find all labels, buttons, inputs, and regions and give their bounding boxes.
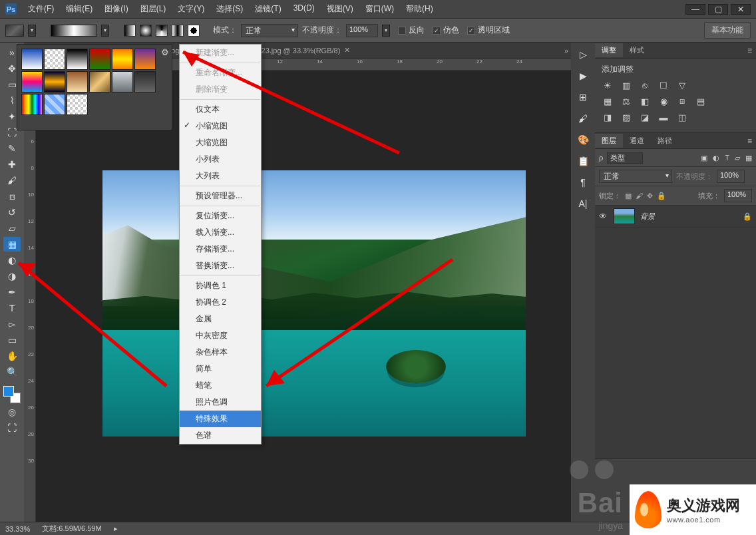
filter-type-icon[interactable]: T (725, 154, 729, 162)
gradient-preset[interactable] (67, 71, 88, 92)
gradient-preset[interactable] (89, 71, 110, 92)
layer-blend-select[interactable]: 正常 (599, 170, 672, 183)
gradient-preset[interactable] (112, 71, 133, 92)
opacity-input[interactable]: 100% (346, 24, 378, 37)
filter-adjust-icon[interactable]: ◐ (713, 154, 719, 162)
adj-gradientmap-icon[interactable]: ▬ (658, 111, 669, 123)
status-arrow-icon[interactable]: ▸ (114, 524, 118, 533)
reverse-checkbox[interactable]: 反向 (398, 25, 425, 36)
menu-select[interactable]: 选择(S) (210, 1, 249, 17)
adj-exposure-icon[interactable]: ☐ (658, 79, 669, 91)
gradient-tool-icon[interactable]: ▦ (3, 237, 21, 252)
cm-text-only[interactable]: 仅文本 (180, 101, 261, 118)
strip-brushes-icon[interactable]: 🖌 (576, 112, 590, 125)
dither-checkbox[interactable]: 仿色 (433, 25, 459, 36)
layer-thumbnail[interactable] (614, 208, 635, 224)
cm-replace-gradients[interactable]: 替换渐变... (180, 258, 261, 274)
dodge-tool-icon[interactable]: ◑ (3, 269, 21, 283)
gradient-preset[interactable] (44, 49, 65, 70)
adj-colorlookup-icon[interactable]: ▤ (695, 95, 707, 107)
cm-large-list[interactable]: 大列表 (180, 168, 261, 184)
opacity-dropdown[interactable]: ▾ (382, 25, 390, 37)
strip-swatches-icon[interactable]: 🎨 (576, 133, 590, 146)
gradient-reflected-icon[interactable] (172, 25, 184, 37)
cm-reset-gradients[interactable]: 复位渐变... (180, 208, 261, 224)
menu-layer[interactable]: 图层(L) (134, 1, 172, 17)
tab-paths[interactable]: 路径 (651, 134, 679, 148)
pen-tool-icon[interactable]: ✒ (3, 285, 21, 299)
color-swatches[interactable] (3, 386, 21, 403)
gradient-tool-preset-icon[interactable] (5, 25, 24, 37)
tab-adjustments[interactable]: 调整 (595, 43, 623, 57)
gradient-preset[interactable] (67, 94, 88, 115)
cm-small-thumb[interactable]: 小缩览图 (180, 118, 261, 134)
layer-opacity-input[interactable]: 100% (717, 170, 745, 183)
gradient-swatch-dropdown[interactable]: ▾ (101, 25, 109, 37)
window-minimize-button[interactable]: — (685, 4, 705, 15)
strip-paragraph-icon[interactable]: ¶ (576, 176, 590, 189)
filter-smart-icon[interactable]: ▦ (745, 154, 752, 162)
adj-threshold-icon[interactable]: ◪ (639, 111, 651, 123)
adj-vibrance-icon[interactable]: ▽ (676, 79, 688, 91)
blend-mode-select[interactable]: 正常 (241, 24, 298, 37)
layer-row-background[interactable]: 👁 背景 🔒 (595, 206, 756, 228)
cm-metals[interactable]: 金属 (180, 311, 261, 327)
type-tool-icon[interactable]: T (3, 301, 21, 315)
gradient-preset[interactable] (89, 49, 110, 70)
shape-tool-icon[interactable]: ▭ (3, 333, 21, 347)
gradient-preset[interactable] (21, 94, 43, 115)
gradient-radial-icon[interactable] (140, 25, 152, 37)
adj-levels-icon[interactable]: ▥ (620, 79, 632, 91)
gradient-picker-gear-icon[interactable]: ⚙ (161, 47, 169, 57)
cm-preset-manager[interactable]: 预设管理器... (180, 188, 261, 204)
tab-close-icon[interactable]: ✕ (344, 46, 350, 55)
transparency-checkbox[interactable]: 透明区域 (467, 25, 510, 36)
adj-invert-icon[interactable]: ◨ (602, 111, 614, 123)
cm-small-list[interactable]: 小列表 (180, 151, 261, 168)
adjustments-panel-menu-icon[interactable]: ≡ (743, 46, 756, 55)
adj-posterize-icon[interactable]: ▨ (620, 111, 632, 123)
path-select-tool-icon[interactable]: ▻ (3, 317, 21, 331)
gradient-preset[interactable] (21, 49, 43, 70)
strip-clipboard-icon[interactable]: 📋 (576, 154, 590, 168)
gradient-angle-icon[interactable] (156, 25, 168, 37)
gradient-diamond-icon[interactable] (188, 25, 200, 37)
strip-properties-icon[interactable]: ⊞ (576, 90, 590, 104)
gradient-preset[interactable] (134, 71, 156, 92)
adj-curves-icon[interactable]: ⎋ (639, 79, 651, 91)
strip-character-icon[interactable]: A| (576, 197, 590, 210)
gradient-swatch[interactable] (51, 25, 97, 37)
zoom-level[interactable]: 33.33% (5, 525, 30, 533)
quickmask-icon[interactable]: ◎ (3, 405, 21, 419)
brush-tool-icon[interactable]: 🖌 (3, 173, 21, 188)
adj-selectivecolor-icon[interactable]: ◫ (676, 111, 688, 123)
menu-window[interactable]: 窗口(W) (359, 1, 400, 17)
lock-pixels-icon[interactable]: 🖌 (636, 192, 643, 200)
adj-channelmixer-icon[interactable]: ⧆ (676, 95, 688, 107)
gradient-preset[interactable] (112, 49, 133, 70)
gradient-preset[interactable] (44, 94, 65, 115)
tab-layers[interactable]: 图层 (595, 134, 623, 148)
cm-pastels[interactable]: 蜡笔 (180, 377, 261, 394)
foreground-swatch[interactable] (3, 386, 14, 397)
gradient-preset[interactable] (44, 71, 65, 92)
gradient-preset[interactable] (67, 49, 88, 70)
lock-all-icon[interactable]: 🔒 (657, 192, 666, 200)
gradient-linear-icon[interactable] (124, 25, 136, 37)
menu-edit[interactable]: 编辑(E) (60, 1, 98, 17)
menu-3d[interactable]: 3D(D) (287, 1, 321, 17)
screenmode-icon[interactable]: ⛶ (3, 421, 21, 435)
healing-tool-icon[interactable]: ✚ (3, 157, 21, 172)
window-close-button[interactable]: ✕ (731, 4, 751, 15)
adj-hue-icon[interactable]: ▦ (602, 95, 614, 107)
filter-pixel-icon[interactable]: ▣ (701, 154, 707, 162)
menu-filter[interactable]: 滤镜(T) (249, 1, 287, 17)
cm-large-thumb[interactable]: 大缩览图 (180, 134, 261, 151)
adj-brightness-icon[interactable]: ☀ (602, 79, 614, 91)
eraser-tool-icon[interactable]: ▱ (3, 221, 21, 236)
cm-harmonics1[interactable]: 协调色 1 (180, 277, 261, 294)
hand-tool-icon[interactable]: ✋ (3, 349, 21, 363)
filter-shape-icon[interactable]: ▱ (735, 154, 740, 162)
menu-file[interactable]: 文件(F) (22, 1, 60, 17)
tab-channels[interactable]: 通道 (623, 134, 651, 148)
